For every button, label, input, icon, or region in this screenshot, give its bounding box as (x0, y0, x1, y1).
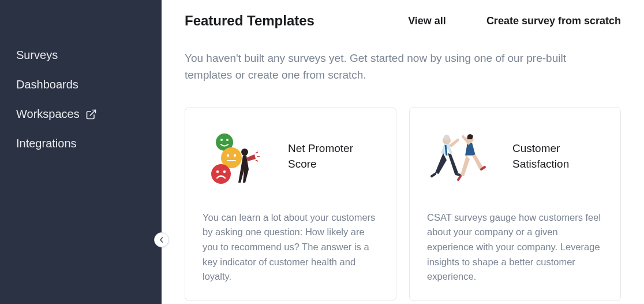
page-title: Featured Templates (185, 13, 314, 29)
csat-illustration (427, 128, 491, 186)
sidebar-item-label: Dashboards (16, 78, 78, 91)
create-survey-link[interactable]: Create survey from scratch (486, 15, 621, 27)
chevron-left-icon (159, 237, 164, 243)
svg-line-14 (256, 160, 258, 161)
sidebar-item-label: Surveys (16, 49, 58, 62)
main-content: Featured Templates View all Create surve… (162, 0, 644, 304)
sidebar-collapse-button[interactable] (154, 232, 169, 247)
svg-point-5 (227, 154, 229, 157)
sidebar-item-surveys[interactable]: Surveys (0, 40, 162, 70)
sidebar: Surveys Dashboards Workspaces Integratio… (0, 0, 162, 304)
svg-point-9 (216, 170, 219, 173)
view-all-link[interactable]: View all (408, 15, 446, 27)
svg-line-0 (90, 110, 95, 115)
svg-point-3 (226, 139, 229, 141)
svg-point-10 (223, 170, 226, 173)
svg-point-6 (234, 154, 236, 157)
sidebar-item-workspaces[interactable]: Workspaces (0, 99, 162, 129)
header-row: Featured Templates View all Create surve… (185, 13, 621, 29)
svg-point-11 (241, 149, 248, 155)
svg-point-16 (444, 135, 450, 140)
nps-illustration (203, 128, 266, 186)
card-header: Customer Satisfaction (427, 125, 603, 188)
svg-line-12 (256, 152, 258, 153)
header-actions: View all Create survey from scratch (408, 15, 621, 27)
svg-point-2 (220, 139, 223, 141)
card-title: Net Promoter Score (288, 141, 379, 172)
page-subtitle: You haven't built any surveys yet. Get s… (185, 50, 600, 84)
sidebar-item-integrations[interactable]: Integrations (0, 129, 162, 158)
sidebar-item-label: Integrations (16, 137, 77, 150)
card-title: Customer Satisfaction (512, 141, 603, 172)
template-card-csat[interactable]: Customer Satisfaction CSAT surveys gauge… (409, 107, 621, 301)
template-cards: Net Promoter Score You can learn a lot a… (185, 107, 621, 301)
external-link-icon (85, 109, 97, 120)
card-description: CSAT surveys gauge how customers feel ab… (427, 210, 603, 284)
template-card-nps[interactable]: Net Promoter Score You can learn a lot a… (185, 107, 396, 301)
sidebar-item-label: Workspaces (16, 107, 80, 121)
card-header: Net Promoter Score (203, 125, 379, 188)
card-description: You can learn a lot about your customers… (203, 210, 379, 284)
sidebar-item-dashboards[interactable]: Dashboards (0, 70, 162, 99)
svg-point-8 (211, 164, 231, 184)
